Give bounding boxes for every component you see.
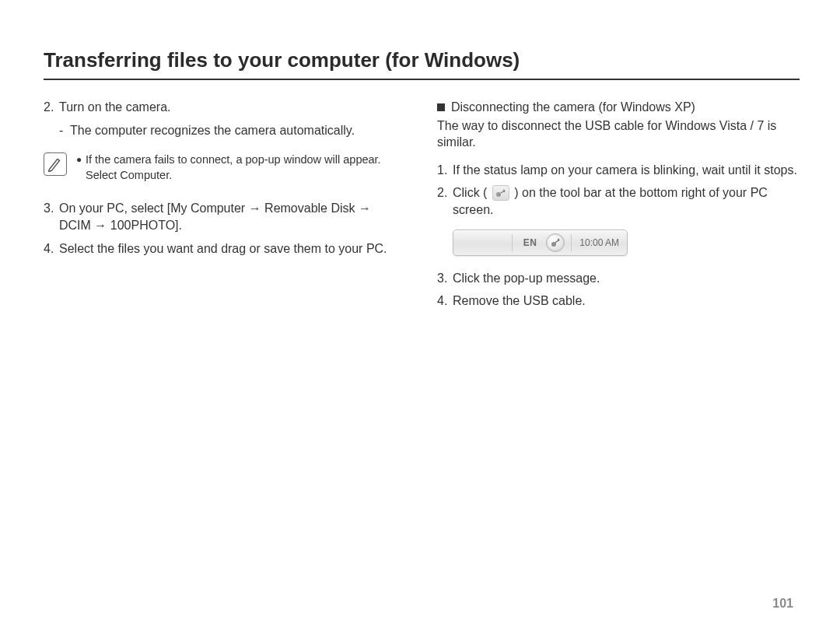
- disconnect-sub: The way to disconnect the USB cable for …: [437, 117, 800, 151]
- step-number: 2.: [44, 99, 59, 116]
- note-icon: [44, 152, 67, 176]
- note-lines: ● If the camera fails to connect, a pop-…: [76, 152, 381, 183]
- taskbar-time: 10:00 AM: [578, 236, 622, 249]
- disconnect-step-3: 3. Click the pop-up message.: [437, 270, 800, 287]
- square-bullet-icon: [437, 103, 445, 111]
- taskbar-lang: EN: [519, 236, 542, 249]
- step-number: 1.: [437, 162, 453, 179]
- taskbar-image: EN 10:00 AM: [453, 229, 628, 256]
- step-text: On your PC, select [My Computer → Remova…: [59, 200, 406, 233]
- page-number: 101: [772, 595, 793, 612]
- d2-pre: Click (: [453, 186, 487, 199]
- step-number: 2.: [437, 184, 453, 218]
- disconnect-step-1: 1. If the status lamp on your camera is …: [437, 162, 800, 179]
- step-text: Click the pop-up message.: [453, 270, 800, 287]
- step-number: 4.: [44, 240, 59, 257]
- step-3: 3. On your PC, select [My Computer → Rem…: [44, 200, 406, 233]
- note-line-1: If the camera fails to connect, a pop-up…: [86, 152, 381, 168]
- disconnect-header-line: Disconnecting the camera (for Windows XP…: [437, 99, 800, 116]
- step-text: Select the files you want and drag or sa…: [59, 240, 406, 257]
- step-2: 2. Turn on the camera.: [44, 99, 406, 116]
- taskbar-separator: [512, 234, 513, 251]
- step-2-sub: - The computer recognizes the camera aut…: [44, 122, 406, 139]
- step-text: Click ( ) on the tool bar at the bottom …: [453, 184, 800, 218]
- disconnect-header-block: Disconnecting the camera (for Windows XP…: [437, 99, 800, 151]
- manual-page: Transferring files to your computer (for…: [0, 0, 840, 634]
- taskbar-separator: [571, 234, 572, 251]
- page-title: Transferring files to your computer (for…: [44, 47, 800, 80]
- svg-point-0: [496, 192, 501, 197]
- disconnect-step-2: 2. Click ( ) on the tool bar at the bott…: [437, 184, 800, 218]
- note-box: ● If the camera fails to connect, a pop-…: [44, 152, 406, 183]
- disconnect-header: Disconnecting the camera (for Windows XP…: [451, 100, 695, 114]
- columns: 2. Turn on the camera. - The computer re…: [44, 99, 800, 316]
- taskbar-usb-icon: [546, 233, 565, 252]
- step-2-sub-text: The computer recognizes the camera autom…: [70, 122, 355, 139]
- bullet-icon: ●: [76, 152, 86, 166]
- disconnect-step-4: 4. Remove the USB cable.: [437, 292, 800, 310]
- step-number: 4.: [437, 292, 453, 310]
- tray-usb-icon: [492, 185, 509, 201]
- left-column: 2. Turn on the camera. - The computer re…: [44, 99, 406, 316]
- step-text: If the status lamp on your camera is bli…: [453, 162, 800, 179]
- step-text: Remove the USB cable.: [453, 292, 800, 310]
- step-number: 3.: [437, 270, 453, 287]
- note-line-2: Select Computer.: [76, 168, 381, 184]
- step-number: 3.: [44, 200, 59, 233]
- step-4: 4. Select the files you want and drag or…: [44, 240, 406, 257]
- dash-bullet: -: [59, 122, 70, 139]
- step-text: Turn on the camera.: [59, 99, 406, 116]
- right-column: Disconnecting the camera (for Windows XP…: [437, 99, 800, 316]
